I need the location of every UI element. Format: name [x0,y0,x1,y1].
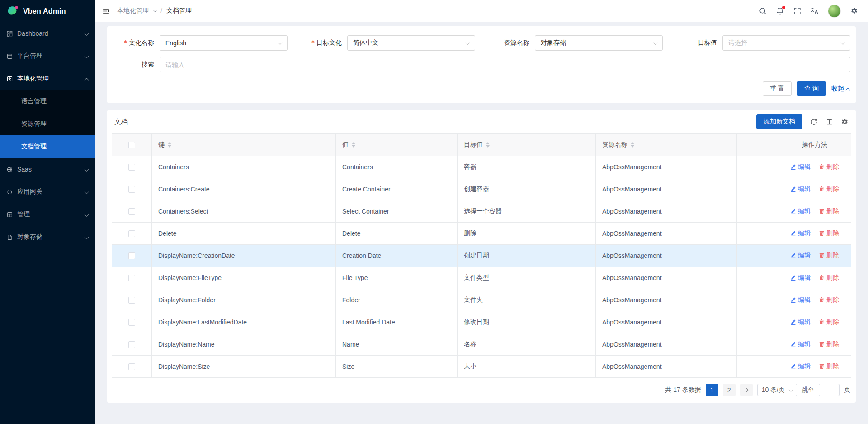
column-header-value[interactable]: 值 [336,134,458,156]
delete-button[interactable]: 删除 [819,362,839,371]
page-button-1[interactable]: 1 [706,384,718,396]
culture-name-label: 文化名称 [113,39,160,47]
sort-icon[interactable] [352,142,355,148]
delete-button[interactable]: 删除 [819,252,839,260]
query-button[interactable]: 查 询 [797,81,826,96]
delete-button[interactable]: 删除 [819,318,839,326]
table-row[interactable]: DisplayName:Folder Folder 文件夹 AbpOssMana… [112,289,851,311]
table-row[interactable]: DisplayName:LastModifiedDate Last Modifi… [112,311,851,333]
row-checkbox[interactable] [128,208,135,215]
sort-icon[interactable] [168,142,171,148]
row-checkbox[interactable] [128,275,135,281]
jump-label: 跳至 [802,386,814,394]
table-row[interactable]: DisplayName:Name Name 名称 AbpOssManagemen… [112,333,851,356]
resource-name-select[interactable]: 对象存储 [535,35,663,51]
sidebar-item-platform[interactable]: 平台管理 [0,45,95,67]
column-height-icon[interactable] [826,118,833,126]
add-document-button[interactable]: 添加新文档 [756,114,802,129]
target-value-select[interactable]: 请选择 [722,35,850,51]
logo[interactable]: Vben Admin [0,0,95,22]
culture-name-select[interactable]: English [160,35,288,51]
delete-button[interactable]: 删除 [819,296,839,304]
settings-gear-icon[interactable] [850,7,858,15]
row-checkbox[interactable] [128,341,135,348]
table-row[interactable]: Containers Containers 容器 AbpOssManagemen… [112,156,851,178]
sidebar-item-resource-management[interactable]: 资源管理 [0,113,95,135]
fullscreen-icon[interactable] [793,7,801,15]
search-icon[interactable] [759,7,767,15]
chevron-down-icon [789,387,793,392]
delete-button[interactable]: 删除 [819,163,839,171]
sidebar-item-object-storage[interactable]: 对象存储 [0,226,95,248]
page-size-select[interactable]: 10 条/页 [757,384,797,396]
edit-button[interactable]: 编辑 [790,185,811,193]
search-input[interactable] [160,57,850,72]
sidebar-item-language-management[interactable]: 语言管理 [0,90,95,113]
sidebar-item-dashboard[interactable]: Dashboard [0,22,95,45]
translate-icon[interactable] [811,7,818,15]
table-row[interactable]: Containers:Select Select Container 选择一个容… [112,200,851,223]
row-checkbox[interactable] [128,297,135,304]
row-checkbox[interactable] [128,164,135,171]
chevron-down-icon [85,211,88,218]
sidebar-item-document-management[interactable]: 文档管理 [0,135,95,158]
edit-button[interactable]: 编辑 [790,229,811,238]
delete-button[interactable]: 删除 [819,185,839,193]
reset-button[interactable]: 重 置 [763,81,792,96]
cell-target: 删除 [458,223,596,245]
column-settings-gear-icon[interactable] [841,118,849,126]
collapse-link[interactable]: 收起 [831,85,849,93]
cell-empty [737,223,778,245]
table-row[interactable]: Delete Delete 删除 AbpOssManagement 编辑 删除 [112,223,851,245]
chevron-down-icon [85,233,88,241]
delete-button[interactable]: 删除 [819,274,839,282]
cell-value: Size [336,356,458,378]
edit-button[interactable]: 编辑 [790,252,811,260]
table-header-row: 键 值 目标值 资源名 [112,134,851,156]
chevron-down-icon [85,30,88,37]
filter-actions: 重 置 查 询 收起 [113,81,850,96]
delete-button[interactable]: 删除 [819,229,839,238]
target-culture-select[interactable]: 简体中文 [347,35,475,51]
jump-page-input[interactable] [819,384,840,396]
row-checkbox[interactable] [128,363,135,370]
edit-button[interactable]: 编辑 [790,207,811,215]
sidebar-item-localization[interactable]: 本地化管理 [0,67,95,90]
delete-button[interactable]: 删除 [819,207,839,215]
edit-button[interactable]: 编辑 [790,296,811,304]
sidebar-item-gateway[interactable]: 应用网关 [0,181,95,203]
user-avatar[interactable] [828,5,841,18]
table-row[interactable]: DisplayName:Size Size 大小 AbpOssManagemen… [112,356,851,378]
notification-bell-icon[interactable] [776,7,784,15]
edit-button[interactable]: 编辑 [790,340,811,348]
page-button-2[interactable]: 2 [723,384,736,396]
column-header-resource[interactable]: 资源名称 [596,134,737,156]
table-row-highlighted[interactable]: DisplayName:CreationDate Creation Date 创… [112,245,851,267]
sort-icon[interactable] [486,142,490,148]
edit-button[interactable]: 编辑 [790,318,811,326]
column-header-key[interactable]: 键 [152,134,336,156]
edit-button[interactable]: 编辑 [790,362,811,371]
row-checkbox[interactable] [128,186,135,193]
table-row[interactable]: DisplayName:FileType File Type 文件类型 AbpO… [112,267,851,289]
row-checkbox[interactable] [128,230,135,237]
table-row[interactable]: Containers:Create Create Container 创建容器 … [112,178,851,200]
select-all-checkbox[interactable] [128,142,135,148]
edit-button[interactable]: 编辑 [790,163,811,171]
menu-fold-icon[interactable] [102,7,110,15]
refresh-icon[interactable] [810,118,818,126]
row-checkbox[interactable] [128,319,135,326]
sidebar-item-saas[interactable]: Saas [0,158,95,181]
edit-button[interactable]: 编辑 [790,274,811,282]
next-page-button[interactable] [740,384,753,396]
chevron-up-icon [85,75,88,82]
row-checkbox[interactable] [128,252,135,259]
culture-name-value: English [165,39,186,47]
sidebar-item-management[interactable]: 管理 [0,203,95,226]
page-content: 文化名称 English 目标文化 简体中文 [95,22,868,424]
column-header-target[interactable]: 目标值 [458,134,596,156]
delete-button[interactable]: 删除 [819,340,839,348]
management-icon [7,212,13,218]
sort-icon[interactable] [631,142,634,148]
breadcrumb-parent[interactable]: 本地化管理 [117,7,149,15]
